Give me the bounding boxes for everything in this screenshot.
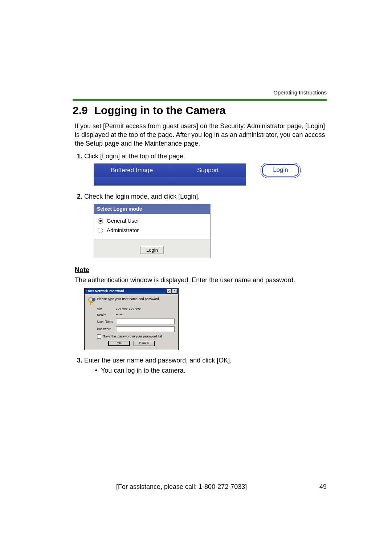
note-text: The authentication window is displayed. … [75, 276, 327, 284]
section-title-text: Logging in to the Camera [94, 104, 226, 116]
password-label: Password [97, 327, 116, 331]
radio-general-user[interactable] [98, 218, 103, 224]
password-field[interactable] [116, 326, 175, 332]
realm-value: •••••• [116, 313, 175, 317]
save-password-checkbox[interactable] [97, 334, 101, 339]
running-header: Operating Instructions [73, 89, 327, 96]
radio-administrator-label: Administrator [107, 227, 139, 234]
camera-topbar: Buffered Image Support [94, 163, 246, 186]
realm-label: Realm [97, 313, 116, 317]
step-3-sub-1: You can log in to the camera. [101, 366, 327, 375]
tab-support[interactable]: Support [170, 164, 246, 177]
step-2: Check the login mode, and click [Login].… [84, 192, 327, 258]
auth-prompt: Please type your user name and password. [97, 297, 160, 301]
ok-button[interactable]: OK [108, 341, 130, 346]
cancel-button[interactable]: Cancel [134, 341, 155, 346]
page-number: 49 [319, 482, 327, 491]
close-icon[interactable]: × [172, 289, 177, 293]
username-label: User Name [97, 320, 116, 324]
tab-buffered-image[interactable]: Buffered Image [94, 164, 170, 177]
step-1-text: Click [Login] at the top of the page. [84, 153, 185, 160]
topbar-strip [94, 177, 246, 185]
section-number: 2.9 [73, 104, 88, 116]
key-icon [88, 297, 95, 305]
login-mode-login-button[interactable]: Login [140, 246, 164, 255]
radio-administrator[interactable] [98, 228, 103, 233]
save-password-label: Save this password in your password list [103, 335, 162, 339]
step-1: Click [Login] at the top of the page. Bu… [84, 152, 327, 186]
section-heading: 2.9Logging in to the Camera [73, 103, 327, 118]
login-mode-header: Select Login mode [94, 204, 210, 214]
step-2-text: Check the login mode, and click [Login]. [84, 193, 200, 200]
username-field[interactable] [116, 319, 175, 324]
figure-auth-dialog: Enter Network Password ? × Please type y… [84, 288, 179, 350]
help-icon[interactable]: ? [166, 289, 171, 293]
intro-paragraph: If you set [Permit access from guest use… [75, 122, 327, 148]
site-value: xxx.xxx.xxx.xxx [116, 307, 175, 311]
site-label: Site: [97, 307, 116, 311]
footer-assistance: [For assistance, please call: 1-800-272-… [116, 482, 247, 491]
figure-top-tabs: Buffered Image Support Login [94, 163, 327, 186]
step-3-text: Enter the user name and password, and cl… [84, 357, 232, 364]
step-3: Enter the user name and password, and cl… [84, 356, 327, 375]
header-rule [73, 99, 327, 101]
auth-dialog-title: Enter Network Password [86, 289, 124, 293]
login-link-button[interactable]: Login [262, 164, 299, 177]
radio-general-user-label: General User [107, 217, 139, 224]
figure-login-mode: Select Login mode General User Administr… [94, 204, 327, 258]
note-heading: Note [75, 266, 327, 274]
